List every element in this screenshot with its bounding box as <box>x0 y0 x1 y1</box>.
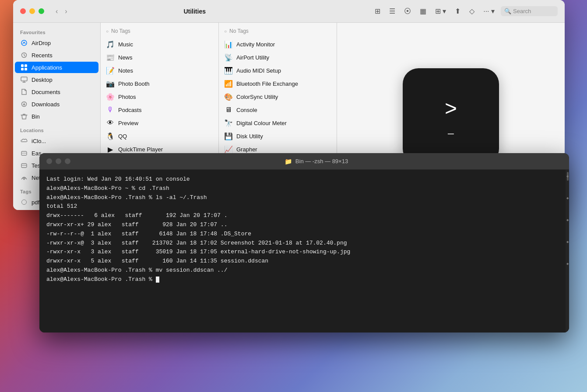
sidebar-item-label: Downloads <box>32 101 60 108</box>
disk-utility-icon: 💾 <box>224 132 233 140</box>
terminal-chevron-icon: > <box>445 98 457 119</box>
console-icon: 🖥 <box>224 105 233 114</box>
sidebar-item-label: AirDrop <box>32 40 51 46</box>
network-icon <box>20 174 28 182</box>
terminal-maximize-btn[interactable] <box>65 158 70 164</box>
terminal-title: 📁 Bin — -zsh — 89×13 <box>70 158 562 165</box>
applications-icon <box>20 63 28 71</box>
file-label: Photo Booth <box>118 80 150 87</box>
file-label: Grapher <box>236 146 257 153</box>
list-icon: ☰ <box>389 7 395 15</box>
bin-icon <box>20 112 28 120</box>
view-more-icon: ⊞ ▾ <box>435 7 446 15</box>
terminal-scroll-markers: ◆ ◆ ◆ ◆ ◆ <box>566 172 569 268</box>
sidebar-item-downloads[interactable]: Downloads <box>15 98 98 110</box>
file-item-qq[interactable]: 🐧 QQ <box>101 130 218 143</box>
file-item-digital-colour[interactable]: 🔭 Digital Colour Meter <box>219 116 337 130</box>
file-label: Audio MIDI Setup <box>236 67 281 74</box>
digital-colour-icon: 🔭 <box>224 119 233 127</box>
file-label: Preview <box>118 120 138 126</box>
view-columns-button[interactable]: ⦿ <box>401 6 414 17</box>
favourites-label: Favourites <box>13 28 100 37</box>
file-label: QQ <box>118 133 127 140</box>
notes-icon: 📝 <box>106 66 115 75</box>
sidebar-item-airdrop[interactable]: AirDrop <box>15 37 98 49</box>
file-label: Bluetooth File Exchange <box>236 80 298 87</box>
terminal-line-8: -rwxr-xr-x@ 3 alex staff 213702 Jan 18 1… <box>46 239 562 248</box>
svg-rect-3 <box>25 64 27 67</box>
view-gallery-button[interactable]: ▦ <box>417 5 429 17</box>
terminal-app-icon: > _ <box>403 68 499 164</box>
sidebar-item-desktop[interactable]: Desktop <box>15 74 98 85</box>
podcasts-icon: 🎙 <box>106 105 115 114</box>
file-item-activity-monitor[interactable]: 📊 Activity Monitor <box>219 38 337 51</box>
terminal-line-6: drwxr-xr-x+ 29 alex staff 928 Jan 20 17:… <box>46 220 562 230</box>
file-item-disk-utility[interactable]: 💾 Disk Utility <box>219 130 337 143</box>
sidebar-item-label: pdf <box>32 199 39 206</box>
tag-button[interactable]: ◇ <box>467 5 477 17</box>
terminal-titlebar: 📁 Bin — -zsh — 89×13 <box>39 153 569 170</box>
gallery-icon: ▦ <box>420 7 426 15</box>
more-options-button[interactable]: ··· ▾ <box>481 5 497 17</box>
terminal-body[interactable]: Last login: Wed Jan 20 16:40:51 on conso… <box>39 170 569 332</box>
svg-rect-2 <box>21 64 24 67</box>
view-grid-button[interactable]: ⊞ <box>372 5 383 17</box>
terminal-line-5: drwx------- 6 alex staff 192 Jan 20 17:0… <box>46 211 562 220</box>
file-label: Console <box>236 107 257 113</box>
desktop-icon <box>20 76 28 84</box>
music-icon: 🎵 <box>106 40 115 49</box>
terminal-line-1: Last login: Wed Jan 20 16:40:51 on conso… <box>46 175 562 184</box>
file-item-podcasts[interactable]: 🎙 Podcasts <box>101 103 218 116</box>
bluetooth-icon: 📶 <box>224 79 233 88</box>
colorsync-icon: 🎨 <box>224 92 233 101</box>
column-2-header: ○ No Tags <box>219 26 337 38</box>
sidebar-item-recents[interactable]: Recents <box>15 49 98 61</box>
share-icon: ⬆ <box>455 7 460 15</box>
file-item-bluetooth[interactable]: 📶 Bluetooth File Exchange <box>219 77 337 90</box>
no-tags-circle-2: ○ <box>224 29 227 34</box>
view-more-button[interactable]: ⊞ ▾ <box>432 5 449 17</box>
terminal-minimize-btn[interactable] <box>56 158 61 164</box>
file-item-audio-midi[interactable]: 🎹 Audio MIDI Setup <box>219 64 337 77</box>
file-label: ColorSync Utility <box>236 94 278 100</box>
file-item-console[interactable]: 🖥 Console <box>219 103 337 116</box>
terminal-line-10: drwxr-xr-x 5 alex staff 160 Jan 14 11:35… <box>46 257 562 266</box>
file-item-airport-utility[interactable]: 📡 AirPort Utility <box>219 51 337 64</box>
file-item-preview[interactable]: 👁 Preview <box>101 116 218 130</box>
airdrop-icon <box>20 39 28 47</box>
share-button[interactable]: ⬆ <box>452 5 463 17</box>
drive2-icon <box>20 161 28 169</box>
photobooth-icon: 📷 <box>106 79 115 88</box>
sidebar-item-applications[interactable]: Applications <box>15 62 98 73</box>
file-item-news[interactable]: 📰 News <box>101 51 218 64</box>
more-icon: ··· ▾ <box>483 7 495 15</box>
terminal-line-12: alex@Alexs-MacBook-Pro .Trash % <box>46 275 562 284</box>
file-label: QuickTime Player <box>118 146 163 153</box>
svg-rect-5 <box>25 68 27 70</box>
file-label: Podcasts <box>118 107 141 113</box>
column-1-header: ○ No Tags <box>101 26 218 38</box>
sidebar-item-bin[interactable]: Bin <box>15 111 98 122</box>
terminal-line-3: alex@Alexs-MacBook-Pro .Trash % ls -al ~… <box>46 193 562 203</box>
finder-titlebar: ‹ › Utilities ⊞ ☰ ⦿ ▦ ⊞ ▾ ⬆ ◇ <box>13 0 565 23</box>
file-item-photobooth[interactable]: 📷 Photo Booth <box>101 77 218 90</box>
file-item-colorsync[interactable]: 🎨 ColorSync Utility <box>219 90 337 103</box>
search-box[interactable]: 🔍 Search <box>501 6 558 16</box>
terminal-line-9: -rwxr-xr-x 3 alex staff 35019 Jan 18 17:… <box>46 248 562 257</box>
toolbar-icons: ⊞ ☰ ⦿ ▦ ⊞ ▾ ⬆ ◇ ··· ▾ � <box>372 5 558 17</box>
file-item-music[interactable]: 🎵 Music <box>101 38 218 51</box>
sidebar-item-icloud[interactable]: iClo... <box>15 135 98 147</box>
file-item-photos[interactable]: 🌸 Photos <box>101 90 218 103</box>
file-label: Activity Monitor <box>236 41 275 48</box>
grid-icon: ⊞ <box>375 7 380 15</box>
photos-icon: 🌸 <box>106 92 115 101</box>
grapher-icon: 📈 <box>224 145 233 154</box>
file-label: News <box>118 54 133 61</box>
terminal-title-text: Bin — -zsh — 89×13 <box>295 158 348 164</box>
sidebar-item-documents[interactable]: Documents <box>15 86 98 98</box>
view-list-button[interactable]: ☰ <box>387 5 398 17</box>
file-item-notes[interactable]: 📝 Notes <box>101 64 218 77</box>
terminal-close-btn[interactable] <box>46 158 52 164</box>
sidebar-item-label: iClo... <box>32 138 46 144</box>
terminal-scrollbar-track[interactable]: ◆ ◆ ◆ ◆ ◆ <box>566 170 569 332</box>
